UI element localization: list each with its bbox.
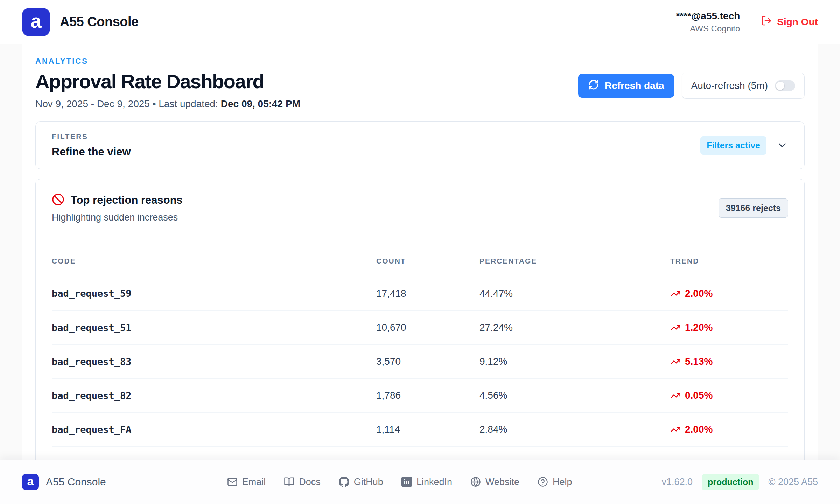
page-meta: Nov 9, 2025 - Dec 9, 2025 • Last updated… bbox=[35, 98, 300, 110]
footer-app-title: A55 Console bbox=[46, 476, 106, 488]
cell-code: bad_request_FA bbox=[52, 424, 376, 435]
footer-link-label: Email bbox=[242, 477, 266, 488]
cell-trend: 0.05% bbox=[670, 390, 788, 401]
footer-logo-icon: a bbox=[22, 474, 39, 490]
cell-percentage: 9.12% bbox=[479, 356, 670, 367]
footer-link-label: GitHub bbox=[354, 477, 383, 488]
cell-count: 10,670 bbox=[376, 322, 479, 333]
mail-icon bbox=[227, 477, 238, 487]
trending-up-icon bbox=[670, 390, 681, 401]
rejections-title: Top rejection reasons bbox=[71, 194, 183, 206]
column-header-count: COUNT bbox=[376, 257, 479, 265]
help-icon bbox=[538, 477, 548, 487]
auto-refresh-toggle[interactable] bbox=[775, 80, 795, 91]
footer-link-label: LinkedIn bbox=[416, 477, 452, 488]
footer-link-help[interactable]: Help bbox=[538, 477, 572, 488]
cell-code: bad_request_82 bbox=[52, 390, 376, 401]
filters-card: FILTERS Refine the view Filters active bbox=[35, 121, 805, 169]
cell-trend: 1.20% bbox=[670, 322, 788, 333]
trend-value: 2.00% bbox=[685, 424, 713, 435]
sign-out-label: Sign Out bbox=[777, 16, 818, 28]
last-updated-label: Last updated: bbox=[159, 98, 218, 109]
cell-count: 3,570 bbox=[376, 356, 479, 367]
rejections-table: CODE COUNT PERCENTAGE TREND bad_request_… bbox=[36, 237, 804, 480]
trending-up-icon bbox=[670, 424, 681, 435]
footer-links: Email Docs GitHub in LinkedIn Website He… bbox=[138, 477, 662, 488]
footer-link-label: Help bbox=[553, 477, 572, 488]
github-icon bbox=[339, 477, 349, 487]
footer-link-website[interactable]: Website bbox=[470, 477, 519, 488]
table-row: bad_request_82 1,786 4.56% 0.05% bbox=[52, 378, 788, 412]
footer-link-linkedin[interactable]: in LinkedIn bbox=[401, 477, 452, 488]
app-header: a A55 Console ****@a55.tech AWS Cognito … bbox=[0, 0, 840, 44]
column-header-trend: TREND bbox=[670, 257, 788, 265]
cell-percentage: 2.84% bbox=[479, 424, 670, 435]
cell-code: bad_request_83 bbox=[52, 356, 376, 367]
linkedin-icon: in bbox=[401, 477, 412, 487]
trending-up-icon bbox=[670, 288, 681, 299]
chevron-down-icon[interactable] bbox=[776, 139, 788, 151]
last-updated-value: Dec 09, 05:42 PM bbox=[221, 98, 300, 109]
footer-link-label: Website bbox=[485, 477, 519, 488]
log-out-icon bbox=[761, 15, 772, 29]
table-row: bad_request_FA 1,114 2.84% 2.00% bbox=[52, 412, 788, 446]
footer-link-email[interactable]: Email bbox=[227, 477, 266, 488]
footer-meta: v1.62.0 production © 2025 A55 bbox=[662, 474, 818, 490]
footer-brand: a A55 Console bbox=[22, 474, 138, 490]
filters-active-badge: Filters active bbox=[700, 136, 766, 155]
footer-link-label: Docs bbox=[299, 477, 321, 488]
cell-trend: 2.00% bbox=[670, 288, 788, 299]
refresh-label: Refresh data bbox=[605, 80, 664, 91]
footer-link-docs[interactable]: Docs bbox=[284, 477, 321, 488]
trending-up-icon bbox=[670, 356, 681, 367]
cell-count: 17,418 bbox=[376, 288, 479, 299]
filters-title: Refine the view bbox=[52, 146, 131, 158]
column-header-code: CODE bbox=[52, 257, 376, 265]
trend-value: 1.20% bbox=[685, 322, 713, 333]
meta-separator: • bbox=[153, 98, 156, 109]
page-title: Approval Rate Dashboard bbox=[35, 70, 300, 93]
trending-up-icon bbox=[670, 322, 681, 333]
rejections-card: Top rejection reasons Highlighting sudde… bbox=[35, 179, 805, 504]
cell-percentage: 27.24% bbox=[479, 322, 670, 333]
refresh-icon bbox=[588, 79, 599, 93]
date-range: Nov 9, 2025 - Dec 9, 2025 bbox=[35, 98, 150, 109]
cell-percentage: 4.56% bbox=[479, 390, 670, 401]
trend-value: 2.00% bbox=[685, 288, 713, 299]
cell-count: 1,114 bbox=[376, 424, 479, 435]
user-email: ****@a55.tech bbox=[676, 10, 740, 22]
refresh-data-button[interactable]: Refresh data bbox=[578, 74, 674, 98]
section-eyebrow: ANALYTICS bbox=[35, 57, 300, 66]
rejections-header: Top rejection reasons Highlighting sudde… bbox=[36, 179, 804, 237]
auto-refresh-label: Auto-refresh (5m) bbox=[691, 80, 768, 91]
trend-value: 0.05% bbox=[685, 390, 713, 401]
column-header-percentage: PERCENTAGE bbox=[479, 257, 670, 265]
toggle-knob bbox=[776, 82, 784, 90]
filters-eyebrow: FILTERS bbox=[52, 132, 131, 141]
page-head: ANALYTICS Approval Rate Dashboard Nov 9,… bbox=[35, 57, 805, 110]
rejects-count-badge: 39166 rejects bbox=[719, 198, 788, 218]
copyright-label: © 2025 A55 bbox=[768, 477, 818, 488]
environment-badge: production bbox=[702, 474, 760, 490]
table-row: bad_request_51 10,670 27.24% 1.20% bbox=[52, 310, 788, 344]
cell-code: bad_request_51 bbox=[52, 322, 376, 333]
auth-provider: AWS Cognito bbox=[676, 24, 740, 34]
table-row: bad_request_83 3,570 9.12% 5.13% bbox=[52, 344, 788, 378]
table-row: bad_request_59 17,418 44.47% 2.00% bbox=[52, 276, 788, 310]
app-logo-icon: a bbox=[22, 8, 50, 36]
rejections-subtitle: Highlighting sudden increases bbox=[52, 212, 183, 223]
globe-icon bbox=[470, 477, 481, 487]
cell-trend: 5.13% bbox=[670, 356, 788, 367]
book-icon bbox=[284, 477, 294, 487]
main-content: ANALYTICS Approval Rate Dashboard Nov 9,… bbox=[22, 44, 818, 504]
footer-link-github[interactable]: GitHub bbox=[339, 477, 383, 488]
sign-out-button[interactable]: Sign Out bbox=[761, 15, 818, 29]
brand: a A55 Console bbox=[22, 8, 139, 36]
table-header-row: CODE COUNT PERCENTAGE TREND bbox=[52, 237, 788, 276]
auto-refresh-card: Auto-refresh (5m) bbox=[682, 73, 805, 99]
user-block: ****@a55.tech AWS Cognito bbox=[676, 10, 740, 34]
trend-value: 5.13% bbox=[685, 356, 713, 367]
ban-icon bbox=[52, 193, 64, 207]
app-footer: a A55 Console Email Docs GitHub in Linke… bbox=[0, 460, 840, 504]
version-label: v1.62.0 bbox=[662, 477, 693, 488]
